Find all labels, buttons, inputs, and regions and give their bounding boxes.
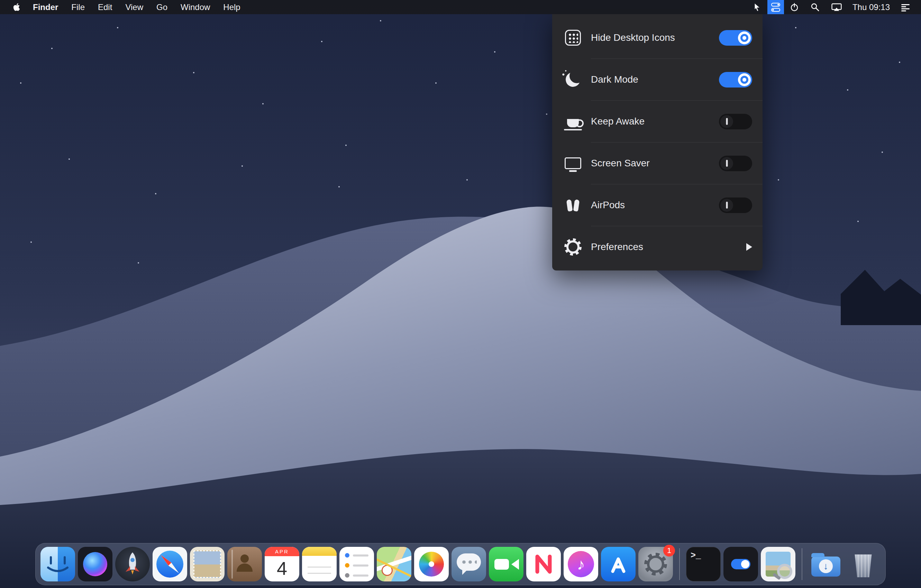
stamp-icon <box>194 550 221 578</box>
camera-body-icon <box>495 559 509 570</box>
compass-icon <box>153 547 187 582</box>
dock-separator <box>802 548 802 580</box>
status-item-one-switch[interactable] <box>767 0 784 14</box>
menu-row-label: Dark Mode <box>591 74 719 85</box>
menu-row-dark-mode[interactable]: Dark Mode <box>552 59 763 100</box>
dock-item-itunes[interactable] <box>564 547 598 582</box>
spotlight-search-icon <box>810 3 820 12</box>
desktop-grid-icon <box>564 29 582 47</box>
apple-menu[interactable] <box>7 0 26 14</box>
toggle-pill-icon <box>731 559 750 569</box>
notification-badge: 1 <box>663 545 675 557</box>
dock-item-contacts[interactable] <box>227 547 262 582</box>
toggle-dark-mode[interactable] <box>719 72 752 88</box>
speech-bubble-icon <box>457 554 481 571</box>
dock-item-system-preferences[interactable]: 1 <box>638 547 673 582</box>
dock-item-mail[interactable] <box>190 547 225 582</box>
toggle-knob <box>720 157 733 170</box>
dock: APR 4 1 >_ <box>35 543 886 585</box>
menu-bar: Finder File Edit View Go Window Help <box>0 0 921 14</box>
gear-icon <box>564 238 582 256</box>
reminder-row <box>345 553 368 557</box>
toggle-airpods[interactable] <box>719 198 752 213</box>
menu-row-keep-awake[interactable]: Keep Awake <box>552 101 763 142</box>
status-item-display-mirroring[interactable] <box>825 0 848 14</box>
display-icon <box>564 154 582 172</box>
coffee-cup-icon <box>564 112 582 130</box>
desktop-wallpaper[interactable] <box>0 0 921 588</box>
menu-row-label: Preferences <box>591 241 746 252</box>
rocket-icon <box>115 547 150 582</box>
menu-row-label: Screen Saver <box>591 158 719 169</box>
menu-row-label: Hide Desktop Icons <box>591 32 719 43</box>
terminal-prompt: >_ <box>691 551 701 561</box>
toggle-knob <box>738 73 751 86</box>
dock-item-calendar[interactable]: APR 4 <box>265 547 299 582</box>
menu-row-airpods[interactable]: AirPods <box>552 184 763 226</box>
one-switch-menu-panel: Hide Desktop Icons Dark Mode Keep Awake … <box>552 14 763 270</box>
dock-item-reminders[interactable] <box>339 547 374 582</box>
menu-item-go[interactable]: Go <box>150 0 174 14</box>
toggle-hide-desktop-icons[interactable] <box>719 30 752 45</box>
display-mirroring-icon <box>832 3 842 11</box>
menu-row-preferences[interactable]: Preferences <box>552 226 763 268</box>
menu-bar-left: Finder File Edit View Go Window Help <box>0 0 247 14</box>
dock-separator <box>679 548 680 580</box>
dock-item-finder[interactable] <box>41 547 75 582</box>
notes-header <box>302 547 337 556</box>
calendar-day: 4 <box>265 556 299 580</box>
app-store-a-icon <box>601 547 636 582</box>
menu-item-file[interactable]: File <box>65 0 91 14</box>
toggle-knob <box>720 115 733 128</box>
dock-item-facetime[interactable] <box>489 547 524 582</box>
pointer-icon <box>752 2 762 12</box>
one-switch-icon <box>771 3 780 12</box>
dock-item-safari[interactable] <box>153 547 187 582</box>
map-badge <box>382 565 393 576</box>
submenu-arrow-icon <box>746 243 752 251</box>
finder-face <box>41 547 75 582</box>
status-item-spotlight[interactable] <box>805 0 825 14</box>
menu-row-label: AirPods <box>591 200 719 211</box>
toggle-knob <box>738 31 751 44</box>
dock-item-trash[interactable] <box>846 547 880 582</box>
dock-item-photos[interactable] <box>414 547 449 582</box>
toggle-keep-awake[interactable] <box>719 114 752 129</box>
status-item-pointer[interactable] <box>747 0 767 14</box>
menu-row-screen-saver[interactable]: Screen Saver <box>552 143 763 184</box>
reminder-row <box>345 573 368 578</box>
menu-row-label: Keep Awake <box>591 116 719 127</box>
toggle-screen-saver[interactable] <box>719 156 752 171</box>
dock-item-app-store[interactable] <box>601 547 636 582</box>
menu-bar-clock[interactable]: Thu 09:13 <box>848 0 895 14</box>
status-item-notification-center[interactable] <box>895 0 916 14</box>
apple-icon <box>13 3 20 11</box>
power-circle-icon <box>790 2 799 12</box>
camera-lens-icon <box>511 559 519 570</box>
moon-icon <box>564 71 582 89</box>
menu-row-hide-desktop-icons[interactable]: Hide Desktop Icons <box>552 17 763 58</box>
dock-item-messages[interactable] <box>451 547 486 582</box>
toggle-knob <box>720 199 733 212</box>
calendar-month: APR <box>265 547 299 556</box>
dock-item-downloads[interactable]: ↓ <box>809 547 843 582</box>
contact-silhouette <box>241 554 249 563</box>
menu-item-help[interactable]: Help <box>216 0 247 14</box>
notes-lines <box>308 561 331 577</box>
dock-item-preview[interactable] <box>761 547 796 582</box>
menu-item-edit[interactable]: Edit <box>91 0 119 14</box>
dock-item-launchpad[interactable] <box>115 547 150 582</box>
menu-item-view[interactable]: View <box>119 0 150 14</box>
dock-item-siri[interactable] <box>78 547 112 582</box>
download-arrow-icon: ↓ <box>819 559 833 573</box>
menu-item-window[interactable]: Window <box>174 0 216 14</box>
dock-item-notes[interactable] <box>302 547 337 582</box>
status-item-power[interactable] <box>784 0 805 14</box>
gear-icon <box>644 553 667 575</box>
dock-item-terminal[interactable]: >_ <box>686 547 721 582</box>
menu-bar-status-area: Thu 09:13 <box>747 0 921 14</box>
dock-item-maps[interactable] <box>377 547 412 582</box>
dock-item-one-switch[interactable] <box>723 547 758 582</box>
dock-item-news[interactable] <box>526 547 561 582</box>
menu-item-finder[interactable]: Finder <box>26 0 65 14</box>
